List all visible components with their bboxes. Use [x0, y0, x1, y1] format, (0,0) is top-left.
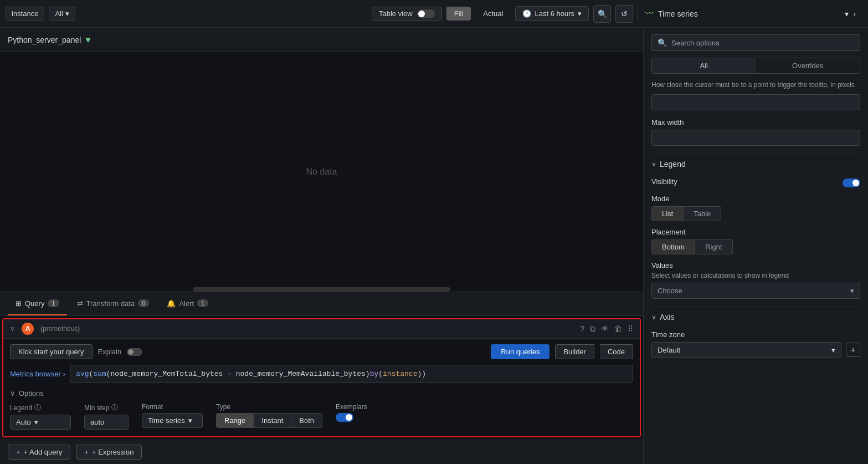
horizontal-scrollbar[interactable]	[193, 287, 450, 292]
query-a-header: ∨ A (prometheus) ? ⧉ 👁 🗑 ⠿	[3, 319, 640, 339]
info-icon: ⓘ	[34, 403, 41, 412]
query-letter: A	[22, 323, 34, 335]
timezone-add-button[interactable]: +	[846, 343, 860, 357]
max-width-label: Max width	[651, 118, 860, 126]
plus-icon: +	[16, 448, 20, 456]
all-tab[interactable]: All	[652, 58, 756, 73]
run-queries-button[interactable]: Run queries	[491, 344, 549, 359]
visibility-row: Visibility	[651, 177, 860, 189]
center-panel: Python_server_panel ♥ No data ⊞ Query 1 …	[0, 28, 643, 464]
query-tabs: ⊞ Query 1 ⇄ Transform data 0 🔔 Alert 1	[0, 292, 643, 316]
panel-type-dropdown[interactable]: ▾	[845, 9, 849, 18]
tab-transform[interactable]: ⇄ Transform data 0	[69, 292, 157, 315]
alert-badge: 1	[197, 299, 208, 307]
options-section: ∨ Options Legend ⓘ Auto ▾	[10, 388, 633, 431]
query-badge: 1	[48, 299, 59, 307]
placement-bottom-button[interactable]: Bottom	[651, 239, 695, 254]
timezone-select[interactable]: Default ▾	[651, 342, 841, 358]
panel-type-expand[interactable]: ›	[853, 9, 856, 18]
search-icon: 🔍	[658, 38, 667, 47]
kick-start-row: Kick start your query Explain Run querie…	[10, 344, 633, 359]
top-bar: instance All ▾ Table view Fill Actual 🕐 …	[0, 0, 868, 28]
transform-icon: ⇄	[77, 299, 83, 308]
delete-icon[interactable]: 🗑	[614, 324, 622, 333]
explain-toggle[interactable]	[127, 348, 142, 356]
explain-label: Explain	[98, 348, 122, 356]
axis-section-header[interactable]: ∨ Axis	[651, 307, 860, 326]
eye-icon[interactable]: 👁	[601, 324, 609, 333]
tab-query[interactable]: ⊞ Query 1	[8, 292, 67, 315]
min-step-input[interactable]	[84, 415, 129, 430]
values-select[interactable]: Choose ▾	[651, 283, 860, 299]
format-field: Format Time series ▾	[142, 403, 203, 428]
right-panel: 🔍 Search options All Overrides How close…	[643, 28, 868, 464]
no-data-label: No data	[306, 167, 337, 177]
all-dropdown[interactable]: All ▾	[49, 7, 75, 21]
max-width-input[interactable]	[651, 130, 860, 146]
min-step-field: Min step ⓘ	[84, 403, 129, 430]
builder-button[interactable]: Builder	[555, 344, 594, 359]
transform-badge: 0	[138, 299, 149, 307]
tab-alert[interactable]: 🔔 Alert 1	[159, 292, 216, 315]
instance-badge[interactable]: instance	[6, 7, 44, 21]
type-label: Type	[216, 403, 322, 411]
type-field: Type Range Instant Both	[216, 403, 322, 428]
mode-list-button[interactable]: List	[651, 206, 684, 221]
actual-button[interactable]: Actual	[475, 7, 511, 21]
query-input-container[interactable]: avg(sum(node_memory_MemTotal_bytes - nod…	[70, 365, 633, 383]
placement-right-button[interactable]: Right	[695, 239, 732, 254]
format-select[interactable]: Time series ▾	[142, 413, 203, 428]
info-icon: ⓘ	[111, 403, 118, 412]
exemplars-label: Exemplars	[336, 403, 367, 411]
overrides-tab[interactable]: Overrides	[756, 58, 860, 73]
kick-start-button[interactable]: Kick start your query	[10, 344, 93, 359]
panel-title: Python_server_panel	[8, 35, 81, 44]
mode-table-button[interactable]: Table	[684, 206, 721, 221]
options-grid: Legend ⓘ Auto ▾ Min step	[10, 403, 633, 430]
type-group: Range Instant Both	[216, 413, 322, 428]
chevron-down-icon: ▾	[831, 346, 835, 354]
add-expression-button[interactable]: + + Expression	[76, 445, 142, 460]
metrics-row: Metrics browser › avg(sum(node_memory_Me…	[10, 365, 633, 383]
min-step-label: Min step ⓘ	[84, 403, 129, 412]
search-options-input[interactable]: 🔍 Search options	[651, 34, 860, 51]
metrics-browser-link[interactable]: Metrics browser ›	[10, 370, 65, 378]
legend-section-title: Legend	[660, 160, 686, 169]
exemplars-field: Exemplars	[336, 403, 367, 422]
chevron-down-icon: ▾	[850, 287, 854, 295]
placement-label: Placement	[651, 228, 860, 236]
placement-group: Bottom Right	[651, 239, 860, 254]
type-instant-button[interactable]: Instant	[254, 413, 291, 428]
options-chevron: ∨	[10, 389, 16, 397]
table-view-toggle: Table view	[372, 7, 442, 21]
legend-select[interactable]: Auto ▾	[10, 415, 71, 430]
visibility-toggle[interactable]	[843, 179, 860, 187]
chevron-right-icon: ›	[63, 370, 65, 378]
refresh-button[interactable]: ↺	[615, 5, 633, 23]
query-panel: ∨ A (prometheus) ? ⧉ 👁 🗑 ⠿ Kick start yo…	[2, 318, 641, 437]
zoom-out-button[interactable]: 🔍	[593, 5, 611, 23]
help-icon[interactable]: ?	[580, 324, 584, 333]
code-button[interactable]: Code	[600, 344, 633, 359]
drag-icon[interactable]: ⠿	[628, 324, 633, 333]
timezone-label: Time zone	[651, 330, 860, 339]
heart-icon: ♥	[85, 35, 91, 45]
tooltip-pixels-input[interactable]	[651, 94, 860, 110]
copy-icon[interactable]: ⧉	[590, 324, 595, 334]
axis-section-title: Axis	[660, 313, 674, 322]
mode-label: Mode	[651, 195, 860, 203]
query-actions: ? ⧉ 👁 🗑 ⠿	[580, 324, 633, 334]
time-range-picker[interactable]: 🕐 Last 6 hours ▾	[515, 6, 589, 21]
options-header[interactable]: ∨ Options	[10, 389, 633, 397]
collapse-icon[interactable]: ∨	[10, 325, 15, 333]
add-query-button[interactable]: + + Add query	[8, 445, 70, 460]
exemplars-toggle[interactable]	[336, 413, 353, 422]
values-desc: Select values or calculations to show in…	[651, 272, 860, 279]
type-range-button[interactable]: Range	[216, 413, 254, 428]
format-label: Format	[142, 403, 203, 411]
chevron-down-icon: ▾	[188, 416, 192, 425]
table-view-toggle-switch[interactable]	[417, 9, 435, 18]
type-both-button[interactable]: Both	[291, 413, 322, 428]
legend-section-header[interactable]: ∨ Legend	[651, 154, 860, 173]
fill-button[interactable]: Fill	[446, 7, 471, 21]
